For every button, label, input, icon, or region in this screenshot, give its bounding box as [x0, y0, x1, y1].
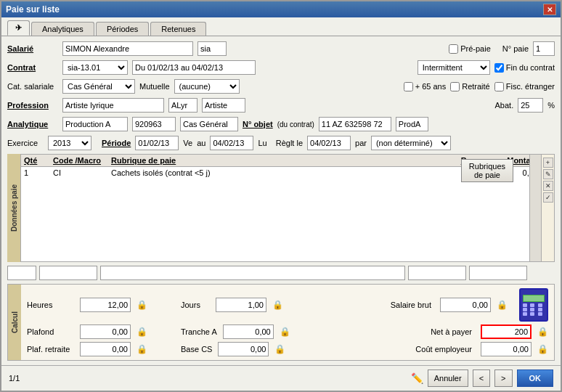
par-label: par	[355, 139, 367, 147]
abat-label: Abat.	[495, 101, 514, 110]
tab-analytiques[interactable]: Analytiques	[31, 22, 94, 36]
objet-value[interactable]	[319, 117, 391, 131]
prepie-checkbox[interactable]	[449, 44, 458, 54]
exercice-row: Exercice 2013 Période Ve au Lu Règlt le …	[7, 135, 555, 151]
net-payer-input[interactable]	[481, 324, 532, 339]
regle-label: Règlt le	[276, 139, 303, 147]
baseCS-lock-icon[interactable]: 🔒	[274, 344, 285, 354]
paie-number[interactable]	[533, 41, 555, 56]
baseCS-input[interactable]	[218, 342, 269, 356]
title-bar: Paie sur liste ✕	[1, 1, 561, 17]
heures-lock-icon[interactable]: 🔒	[137, 300, 147, 310]
plafond-lock-icon[interactable]: 🔒	[137, 327, 147, 337]
calcul-row-2: Plafond 🔒 Tranche A 🔒 Net à payer 🔒	[27, 324, 548, 339]
plaf-retraite-input[interactable]	[80, 342, 131, 356]
calcul-label: Calcul	[8, 285, 21, 360]
trancheA-input[interactable]	[223, 324, 274, 339]
periode-end-day: Lu	[258, 139, 266, 147]
salaire-brut-lock-icon[interactable]: 🔒	[497, 300, 508, 310]
analytique-cas[interactable]	[180, 117, 238, 131]
jours-input[interactable]	[216, 298, 266, 312]
ok-button[interactable]: OK	[517, 369, 554, 387]
edit-row-btn[interactable]: ✎	[543, 169, 553, 179]
heures-input[interactable]	[80, 298, 131, 312]
add-row-btn[interactable]: +	[543, 158, 553, 168]
periode-start[interactable]	[135, 136, 179, 150]
tab-periodes[interactable]: Périodes	[96, 22, 149, 36]
confirm-row-btn[interactable]: ✓	[543, 192, 553, 203]
net-payer-lock-icon[interactable]: 🔒	[537, 327, 548, 337]
mutuelle-label: Mutuelle	[139, 82, 170, 91]
next-button[interactable]: >	[494, 369, 512, 387]
table-input-4[interactable]	[408, 266, 466, 280]
contrat-select[interactable]: sia-13.01	[62, 60, 128, 75]
bottom-bar: 1/1 ✏️ Annuler < > OK	[1, 365, 561, 391]
par-select[interactable]: (non déterminé)	[371, 136, 451, 150]
plus65-checkbox[interactable]	[404, 82, 413, 91]
calcul-section: Calcul Heures 🔒 Jours 🔒 Salaire brut 🔒	[7, 284, 555, 361]
fisc-label: Fisc. étranger	[506, 82, 555, 91]
cat-salariale-row: Cat. salariale Cas Général Mutuelle (auc…	[7, 78, 555, 94]
tab-retenues[interactable]: Retenues	[150, 22, 206, 36]
main-window: Paie sur liste ✕ ✈ Analytiques Périodes …	[0, 0, 562, 392]
jours-lock-icon[interactable]: 🔒	[272, 300, 283, 310]
trancheA-lock-icon[interactable]: 🔒	[280, 327, 290, 337]
salaire-brut-input[interactable]	[440, 298, 491, 312]
contrat-type-select[interactable]: Intermittent	[418, 60, 490, 75]
analytique-code[interactable]	[132, 117, 176, 131]
salarie-input[interactable]	[62, 41, 193, 56]
table-input-1[interactable]	[7, 266, 36, 280]
contrat-row: Contrat sia-13.01 Intermittent Fin du co…	[7, 60, 555, 75]
regle-value[interactable]	[307, 136, 351, 150]
scrollbar[interactable]	[529, 155, 541, 261]
mutuelle-select[interactable]: (aucune)	[174, 79, 240, 94]
salarie-label: Salarié	[7, 44, 58, 53]
close-button[interactable]: ✕	[543, 4, 556, 15]
periode-start-day: Ve	[183, 139, 192, 147]
salarie-code[interactable]	[197, 41, 227, 56]
plaf-retraite-lock-icon[interactable]: 🔒	[137, 344, 147, 354]
periode-end[interactable]	[210, 136, 253, 150]
profession-type[interactable]	[202, 98, 245, 113]
pencil-icon: ✏️	[411, 372, 423, 384]
retraite-checkbox[interactable]	[450, 82, 460, 91]
tab-icon[interactable]: ✈	[7, 20, 30, 36]
tabs-row: ✈ Analytiques Périodes Retenues	[1, 17, 561, 36]
cout-employeur-lock-icon[interactable]: 🔒	[537, 344, 548, 354]
exercice-select[interactable]: 2013	[48, 136, 91, 150]
profession-row: Profession Abat. %	[7, 97, 555, 113]
table-input-row	[7, 265, 555, 281]
table-input-2[interactable]	[39, 266, 97, 280]
cat-salariale-select[interactable]: Cas Général	[62, 79, 135, 94]
baseCS-label: Base CS	[181, 345, 212, 354]
profession-code[interactable]	[168, 98, 197, 113]
abat-value[interactable]	[518, 98, 543, 113]
salarie-row: Salarié Pré-paie N° paie	[7, 41, 555, 57]
fisc-checkbox[interactable]	[494, 82, 504, 91]
plus65-label: + 65 ans	[415, 82, 447, 91]
exercice-label: Exercice	[7, 139, 44, 147]
contrat-label: Contrat	[7, 63, 58, 72]
calculator-icon[interactable]	[519, 288, 548, 322]
jours-label: Jours	[181, 301, 210, 309]
cat-salariale-label: Cat. salariale	[7, 82, 58, 91]
plafond-input[interactable]	[80, 324, 131, 339]
delete-row-btn[interactable]: ✕	[543, 181, 553, 191]
analytique-value[interactable]	[62, 117, 128, 131]
objet-sub: (du contrat)	[277, 121, 314, 128]
au-label: au	[197, 139, 205, 147]
cout-employeur-input[interactable]	[481, 342, 532, 356]
contrat-period[interactable]	[132, 60, 256, 75]
rubriques-button[interactable]: Rubriques de paie	[461, 159, 513, 182]
row-rubrique: Cachets isolés (contrat <5 j)	[111, 168, 422, 177]
fisc-wrap: Fisc. étranger	[494, 82, 555, 91]
trancheA-label: Tranche A	[181, 327, 217, 336]
profession-value[interactable]	[62, 98, 164, 113]
prev-button[interactable]: <	[473, 369, 490, 387]
table-input-5[interactable]	[469, 266, 527, 280]
analytique-prodA[interactable]	[396, 117, 428, 131]
table-input-3[interactable]	[100, 266, 405, 280]
fin-contrat-checkbox[interactable]	[494, 63, 504, 73]
annuler-button[interactable]: Annuler	[428, 369, 468, 387]
heures-label: Heures	[27, 301, 74, 309]
